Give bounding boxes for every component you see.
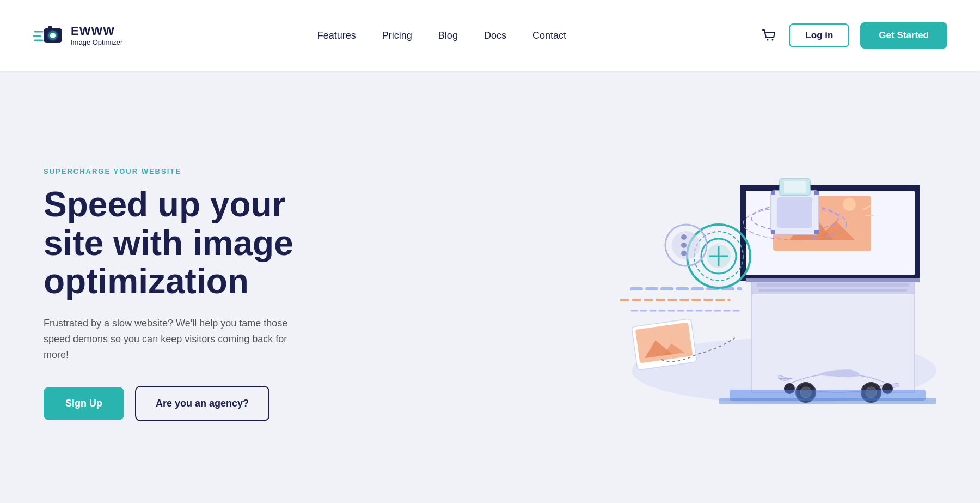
- hero-section: SUPERCHARGE YOUR WEBSITE Speed up your s…: [0, 71, 980, 503]
- nav-item-features[interactable]: Features: [317, 30, 356, 41]
- cart-icon[interactable]: [761, 27, 778, 44]
- svg-rect-20: [759, 289, 907, 292]
- logo-icon: [33, 20, 64, 51]
- nav-link-docs[interactable]: Docs: [484, 30, 506, 41]
- svg-rect-21: [746, 278, 920, 282]
- nav-item-contact[interactable]: Contact: [532, 30, 566, 41]
- nav-link-features[interactable]: Features: [317, 30, 356, 41]
- nav-item-pricing[interactable]: Pricing: [382, 30, 412, 41]
- hero-eyebrow: SUPERCHARGE YOUR WEBSITE: [44, 167, 327, 175]
- logo-link[interactable]: EWWW Image Optimizer: [33, 20, 122, 51]
- hero-illustration: [327, 104, 936, 485]
- svg-point-44: [681, 243, 687, 248]
- nav-link-contact[interactable]: Contact: [532, 30, 566, 41]
- logo-sub: Image Optimizer: [71, 38, 122, 47]
- svg-point-9: [772, 39, 774, 41]
- svg-rect-18: [751, 281, 915, 294]
- logo-name: EWWW: [71, 24, 122, 38]
- hero-svg: [468, 87, 958, 441]
- svg-point-15: [843, 198, 856, 211]
- hero-title: Speed up your site with image optimizati…: [44, 185, 327, 300]
- agency-button[interactable]: Are you an agency?: [135, 386, 270, 421]
- nav-links: Features Pricing Blog Docs Contact: [317, 30, 566, 41]
- hero-description: Frustrated by a slow website? We'll help…: [44, 316, 294, 362]
- hero-buttons: Sign Up Are you an agency?: [44, 386, 327, 421]
- svg-point-8: [767, 39, 769, 41]
- svg-rect-7: [48, 26, 52, 29]
- svg-rect-59: [719, 398, 936, 404]
- nav-link-pricing[interactable]: Pricing: [382, 30, 412, 41]
- svg-rect-19: [757, 283, 909, 287]
- login-button[interactable]: Log in: [789, 23, 849, 47]
- nav-right: Log in Get Started: [761, 22, 947, 49]
- hero-content: SUPERCHARGE YOUR WEBSITE Speed up your s…: [44, 167, 327, 421]
- svg-point-6: [50, 33, 56, 38]
- svg-rect-31: [771, 230, 775, 234]
- svg-point-45: [681, 251, 687, 256]
- logo-text: EWWW Image Optimizer: [71, 24, 122, 47]
- nav-item-blog[interactable]: Blog: [438, 30, 458, 41]
- get-started-button[interactable]: Get Started: [860, 22, 947, 49]
- svg-point-43: [681, 234, 687, 240]
- svg-rect-30: [814, 191, 819, 195]
- signup-button[interactable]: Sign Up: [44, 387, 124, 420]
- nav-link-blog[interactable]: Blog: [438, 30, 458, 41]
- svg-rect-29: [771, 191, 775, 195]
- svg-rect-32: [814, 230, 819, 234]
- navbar: EWWW Image Optimizer Features Pricing Bl…: [0, 0, 980, 71]
- nav-item-docs[interactable]: Docs: [484, 30, 506, 41]
- svg-rect-28: [777, 197, 812, 228]
- svg-rect-34: [784, 181, 806, 193]
